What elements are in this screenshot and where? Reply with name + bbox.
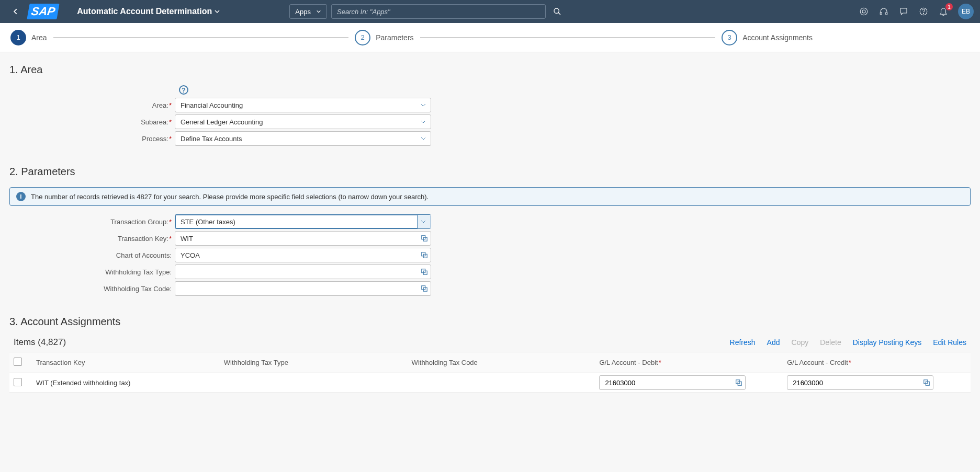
value-help-icon[interactable] [923, 379, 930, 386]
chart-of-accounts-input-wrap [175, 248, 431, 262]
chevron-down-icon [316, 9, 321, 14]
subarea-label: Subarea:* [9, 118, 175, 126]
step-number: 2 [355, 30, 370, 45]
transaction-group-label: Transaction Group:* [9, 218, 175, 226]
value-help-icon[interactable] [735, 379, 742, 386]
withholding-tax-code-input[interactable] [175, 281, 431, 296]
chevron-down-icon [420, 119, 426, 125]
section-title-parameters: 2. Parameters [9, 166, 971, 178]
withholding-tax-type-label: Withholding Tax Type: [9, 268, 175, 276]
feedback-icon[interactable] [898, 6, 909, 17]
notifications-button[interactable]: 1 [938, 6, 949, 17]
user-avatar[interactable]: EB [958, 4, 974, 19]
svg-line-1 [558, 13, 560, 15]
back-button[interactable] [6, 2, 25, 21]
account-assignments-table: Transaction Key Withholding Tax Type Wit… [9, 352, 971, 393]
chevron-down-icon [420, 102, 426, 108]
col-withholding-tax-code[interactable]: Withholding Tax Code [408, 352, 595, 373]
withholding-tax-code-input-wrap [175, 281, 431, 296]
col-gl-credit[interactable]: G/L Account - Credit* [783, 352, 971, 373]
help-icon[interactable] [918, 6, 929, 17]
apps-menu-button[interactable]: Apps [289, 4, 327, 19]
search-button[interactable] [548, 7, 567, 16]
svg-rect-5 [886, 13, 887, 15]
chart-of-accounts-input[interactable] [175, 248, 431, 262]
step-parameters[interactable]: 2 Parameters [355, 30, 413, 45]
value-help-icon[interactable] [421, 285, 428, 292]
info-message-strip: i The number of records retrieved is 482… [9, 187, 971, 206]
transaction-key-input[interactable] [175, 231, 431, 246]
notification-badge: 1 [945, 3, 953, 10]
step-number: 1 [10, 30, 26, 45]
process-label: Process:* [9, 135, 175, 143]
step-account-assignments[interactable]: 3 Account Assignments [722, 30, 813, 45]
value-help-icon[interactable] [421, 268, 428, 275]
cell-withholding-tax-code [408, 373, 595, 393]
page-title: Automatic Account Determination [77, 7, 212, 16]
app-header: SAP Automatic Account Determination Apps… [0, 0, 980, 23]
value-help-icon[interactable] [421, 251, 428, 259]
transaction-key-label: Transaction Key:* [9, 235, 175, 243]
chevron-down-icon [214, 8, 220, 15]
area-label: Area:* [9, 101, 175, 109]
cell-withholding-tax-type [220, 373, 408, 393]
add-button[interactable]: Add [767, 338, 780, 347]
step-label: Area [31, 33, 47, 42]
col-withholding-tax-type[interactable]: Withholding Tax Type [220, 352, 408, 373]
value-help-icon[interactable] [421, 235, 428, 242]
search-icon [553, 7, 561, 16]
back-icon [12, 8, 19, 15]
section-title-assignments: 3. Account Assignments [9, 316, 971, 328]
table-row[interactable]: WIT (Extended withholding tax) [9, 373, 971, 393]
chevron-down-icon [420, 135, 426, 142]
refresh-button[interactable]: Refresh [730, 338, 756, 347]
select-all-checkbox[interactable] [14, 358, 22, 366]
explore-icon[interactable] [859, 6, 869, 17]
transaction-group-select[interactable] [175, 214, 431, 229]
process-select[interactable] [175, 131, 431, 146]
gl-debit-input[interactable] [599, 375, 746, 390]
gl-credit-input[interactable] [787, 375, 933, 390]
delete-button: Delete [820, 338, 841, 347]
withholding-tax-type-input-wrap [175, 264, 431, 279]
area-select[interactable] [175, 98, 431, 112]
col-transaction-key[interactable]: Transaction Key [32, 352, 220, 373]
chevron-down-icon [420, 218, 426, 225]
chart-of-accounts-label: Chart of Accounts: [9, 251, 175, 259]
headset-icon[interactable] [878, 6, 889, 17]
withholding-tax-type-input[interactable] [175, 264, 431, 279]
svg-point-2 [860, 8, 868, 15]
info-message-text: The number of records retrieved is 4827 … [31, 193, 429, 201]
col-gl-debit[interactable]: G/L Account - Debit* [595, 352, 783, 373]
edit-rules-button[interactable]: Edit Rules [933, 338, 966, 347]
withholding-tax-code-label: Withholding Tax Code: [9, 285, 175, 293]
wizard-steps: 1 Area 2 Parameters 3 Account Assignment… [0, 23, 980, 52]
display-posting-keys-button[interactable]: Display Posting Keys [853, 338, 922, 347]
svg-point-0 [554, 8, 559, 13]
svg-point-3 [862, 10, 865, 13]
svg-point-7 [923, 14, 923, 14]
step-area[interactable]: 1 Area [10, 30, 47, 45]
help-icon[interactable]: ? [179, 85, 188, 95]
step-label: Parameters [376, 33, 413, 42]
search-input[interactable] [331, 4, 546, 19]
apps-menu-label: Apps [295, 8, 311, 16]
sap-logo: SAP [27, 4, 60, 19]
subarea-select[interactable] [175, 114, 431, 129]
cell-transaction-key: WIT (Extended withholding tax) [32, 373, 220, 393]
step-number: 3 [722, 30, 737, 45]
info-icon: i [16, 192, 26, 201]
items-count-title: Items (4,827) [14, 337, 66, 348]
page-title-dropdown[interactable] [214, 8, 220, 15]
step-label: Account Assignments [742, 33, 813, 42]
section-title-area: 1. Area [9, 64, 971, 76]
svg-rect-4 [880, 13, 882, 15]
copy-button: Copy [792, 338, 809, 347]
transaction-key-input-wrap [175, 231, 431, 246]
row-checkbox[interactable] [14, 378, 22, 386]
